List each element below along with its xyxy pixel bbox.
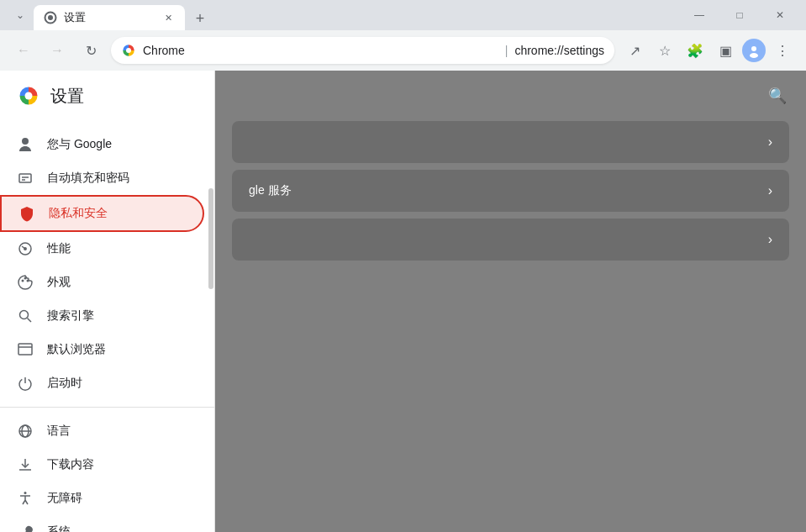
tab-favicon <box>44 11 57 24</box>
sidebar: 设置 您与 Google <box>0 71 215 532</box>
person-icon <box>17 136 34 153</box>
tab-close-btn[interactable]: ✕ <box>161 11 175 24</box>
chevron-right-icon-2: › <box>768 183 772 198</box>
sidebar-item-performance[interactable]: 性能 <box>0 232 204 266</box>
tab-overflow-btn[interactable]: ⌄ <box>7 2 34 29</box>
svg-point-13 <box>22 280 24 282</box>
sidebar-item-label-system: 系统 <box>47 524 71 532</box>
card-item-3-1[interactable]: › <box>232 219 789 261</box>
profile-btn[interactable] <box>742 39 766 62</box>
address-separator: | <box>505 44 508 57</box>
card-item-1-1[interactable]: › <box>232 121 789 163</box>
sidebar-scrollbar-thumb <box>208 188 213 289</box>
share-btn[interactable]: ↗ <box>621 37 648 64</box>
sidebar-item-default-browser[interactable]: 默认浏览器 <box>0 333 204 366</box>
svg-rect-18 <box>18 344 32 355</box>
window-controls: — □ ✕ <box>680 0 799 30</box>
minimize-btn[interactable]: — <box>680 0 719 30</box>
nav-divider <box>0 407 214 408</box>
tab-strip: 设置 ✕ + <box>34 0 673 30</box>
accessibility-icon <box>17 490 34 507</box>
browser-frame: ⌄ 设置 ✕ + — □ ✕ <box>0 0 806 532</box>
sidebar-item-label-language: 语言 <box>47 424 71 439</box>
address-favicon <box>121 43 136 58</box>
chevron-right-icon-1: › <box>768 134 772 150</box>
sidebar-item-appearance[interactable]: 外观 <box>0 266 204 299</box>
address-prefix: Chrome <box>143 44 498 57</box>
svg-point-12 <box>24 248 26 250</box>
sidebar-item-startup[interactable]: 启动时 <box>0 366 204 400</box>
globe-icon <box>17 423 34 440</box>
sidebar-item-autofill[interactable]: 自动填充和密码 <box>0 161 204 195</box>
sidebar-item-label-downloads: 下载内容 <box>47 457 94 472</box>
content-area: 设置 您与 Google <box>0 71 806 532</box>
card-item-content-2-1: gle 服务 <box>249 183 292 198</box>
sidebar-item-label-autofill: 自动填充和密码 <box>47 171 129 186</box>
settings-cards: › gle 服务 › <box>232 121 789 261</box>
toolbar: ← → ↻ Chrome | chrome://settings ↗ ☆ <box>0 30 806 71</box>
sidebar-item-label-default-browser: 默认浏览器 <box>47 342 106 357</box>
sidebar-item-label-privacy: 隐私和安全 <box>49 206 108 221</box>
svg-rect-8 <box>19 174 31 182</box>
sidebar-header: 设置 <box>0 71 214 121</box>
power-icon <box>17 375 34 392</box>
search-settings-btn[interactable]: 🔍 <box>762 81 793 111</box>
chevron-right-icon-3: › <box>768 232 772 247</box>
search-icon <box>17 308 34 324</box>
svg-point-16 <box>20 311 29 319</box>
title-bar: ⌄ 设置 ✕ + — □ ✕ <box>0 0 806 30</box>
sidebar-item-label-startup: 启动时 <box>47 376 82 391</box>
tab-title: 设置 <box>64 10 155 25</box>
sidebar-item-label-accessibility: 无障碍 <box>47 491 82 506</box>
sidebar-item-label-appearance: 外观 <box>47 275 71 290</box>
svg-point-5 <box>750 53 758 58</box>
chrome-logo-icon <box>17 84 40 108</box>
settings-card-2: gle 服务 › <box>232 170 789 212</box>
close-btn[interactable]: ✕ <box>761 0 799 30</box>
side-panel-btn[interactable]: ▣ <box>712 37 739 64</box>
card-item-2-1[interactable]: gle 服务 › <box>232 170 789 212</box>
sidebar-item-system[interactable]: 系统 <box>0 515 204 532</box>
wrench-icon <box>17 524 34 532</box>
download-icon <box>17 456 34 473</box>
autofill-icon <box>17 170 34 187</box>
new-tab-btn[interactable]: + <box>188 7 212 30</box>
sidebar-nav: 您与 Google 自动填充和密码 <box>0 121 214 532</box>
sidebar-item-privacy[interactable]: 隐私和安全 <box>0 195 204 232</box>
forward-btn[interactable]: → <box>44 37 71 64</box>
settings-card-1: › <box>232 121 789 163</box>
shield-icon <box>18 205 35 222</box>
svg-point-4 <box>751 46 756 51</box>
sidebar-item-accessibility[interactable]: 无障碍 <box>0 482 204 515</box>
card-item-text-2-1: gle 服务 <box>249 183 292 198</box>
menu-btn[interactable]: ⋮ <box>769 37 796 64</box>
gauge-icon <box>17 240 34 257</box>
sidebar-scrollbar[interactable] <box>208 71 214 532</box>
sidebar-item-language[interactable]: 语言 <box>0 414 204 448</box>
back-btn[interactable]: ← <box>10 37 37 64</box>
sidebar-item-label-performance: 性能 <box>47 241 71 256</box>
address-bar[interactable]: Chrome | chrome://settings <box>111 37 614 64</box>
sidebar-item-downloads[interactable]: 下载内容 <box>0 448 204 482</box>
extensions-btn[interactable]: 🧩 <box>682 37 709 64</box>
main-content: 🔍 › gle 服务 <box>215 71 806 532</box>
sidebar-title: 设置 <box>50 85 84 108</box>
bookmark-btn[interactable]: ☆ <box>651 37 678 64</box>
active-tab[interactable]: 设置 ✕ <box>34 5 185 30</box>
svg-point-2 <box>126 48 131 53</box>
sidebar-item-search[interactable]: 搜索引擎 <box>0 299 204 333</box>
browser-icon <box>17 341 34 358</box>
sidebar-item-you-google[interactable]: 您与 Google <box>0 128 204 161</box>
sidebar-item-label-search: 搜索引擎 <box>47 308 94 324</box>
svg-line-17 <box>28 319 32 323</box>
refresh-btn[interactable]: ↻ <box>77 37 104 64</box>
address-url: chrome://settings <box>514 44 604 57</box>
palette-icon <box>17 274 34 291</box>
toolbar-actions: ↗ ☆ 🧩 ▣ ⋮ <box>621 37 796 64</box>
sidebar-item-label-you-google: 您与 Google <box>47 137 112 152</box>
svg-point-7 <box>25 92 33 100</box>
svg-point-24 <box>24 492 27 494</box>
svg-point-0 <box>48 15 53 20</box>
maximize-btn[interactable]: □ <box>720 0 759 30</box>
settings-card-3: › <box>232 219 789 261</box>
